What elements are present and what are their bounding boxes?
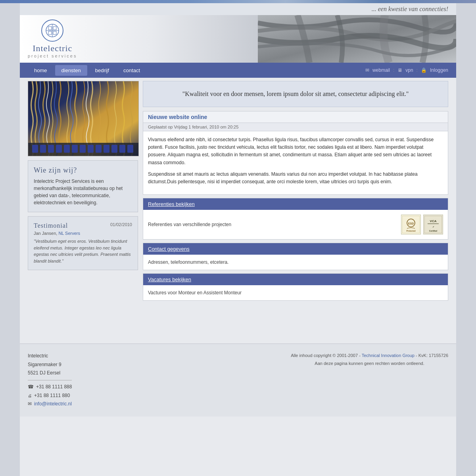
footer-email-link[interactable]: info@intelectric.nl xyxy=(34,400,72,409)
logo-area: Intelectric project services xyxy=(28,19,77,58)
main-area: "Kwaliteit voor en door mensen, lorem ip… xyxy=(143,81,448,301)
svg-rect-11 xyxy=(40,145,46,153)
inloggen-link[interactable]: Inloggen xyxy=(430,67,448,73)
svg-rect-15 xyxy=(72,145,78,153)
section-vacatures-link[interactable]: Vacatures bekijken xyxy=(148,276,191,282)
testimonial-header: Testimonial 01/02/2010 xyxy=(34,222,132,229)
tagline-bar: ... een kwestie van connecties! xyxy=(20,3,456,15)
svg-rect-18 xyxy=(96,145,102,153)
sidebar: Wie zijn wij? Intelectric Project Servic… xyxy=(28,81,143,301)
section-referenties-link[interactable]: Referenties bekijken xyxy=(148,201,195,207)
article-date-bar: Geplaatst op Vrijdag 1 februari, 2010 om… xyxy=(143,123,448,131)
testimonial-date: 01/02/2010 xyxy=(110,222,132,229)
who-box: Wie zijn wij? Intelectric Project Servic… xyxy=(28,160,138,212)
nav-item-home[interactable]: home xyxy=(28,65,54,76)
footer-phone: +31 88 1111 888 xyxy=(36,383,72,392)
footer-kvk: - KvK: 17155726 xyxy=(416,353,448,358)
article-section: Nieuwe website online Geplaatst op Vrijd… xyxy=(143,111,448,195)
top-bar xyxy=(0,0,476,3)
article-body-1: Vivamus eleifend ante nibh, id consectet… xyxy=(148,136,443,167)
section-contact-body: Adressen, telefoonnummers, etcetera. xyxy=(143,255,448,270)
section-referenties-text: Referenties van verschillende projecten xyxy=(148,222,231,227)
testimonial-box: Testimonial 01/02/2010 Jan Jansen, NL Se… xyxy=(28,216,138,270)
svg-rect-20 xyxy=(111,145,117,153)
cert-badges: ESD Protected VCA ✓ Certified xyxy=(401,215,443,234)
footer-address1: Sigarenmaker 9 xyxy=(28,361,72,369)
article-body-2: Suspendisse sit amet mauris ac lectus al… xyxy=(148,171,443,186)
logo-svg xyxy=(45,23,60,38)
vpn-link[interactable]: vpn xyxy=(405,67,413,73)
section-contact-link[interactable]: Contact gegevens xyxy=(148,246,190,252)
phone-icon xyxy=(28,383,34,392)
quote-text: "Kwaliteit voor en door mensen, lorem ip… xyxy=(182,90,409,97)
page-wrapper: ... een kwestie van connecties! Intelect… xyxy=(20,3,456,476)
article-body: Vivamus eleifend ante nibh, id consectet… xyxy=(143,131,448,194)
svg-rect-13 xyxy=(56,145,62,153)
testimonial-author-link[interactable]: NL Servers xyxy=(58,231,80,236)
section-vacatures-title-bar: Vacatures bekijken xyxy=(143,274,448,285)
sidebar-image xyxy=(28,81,139,156)
cables-svg xyxy=(258,15,456,63)
svg-rect-10 xyxy=(32,145,38,153)
sidebar-svg xyxy=(28,81,139,156)
section-vacatures: Vacatures bekijken Vactures voor Monteur… xyxy=(143,273,448,301)
svg-rect-21 xyxy=(119,145,125,153)
who-title: Wie zijn wij? xyxy=(34,166,132,175)
webmail-link[interactable]: webmail xyxy=(372,67,390,73)
footer-copyright-line: Alle inhoud copyright © 2001-2007 - Tech… xyxy=(291,352,448,360)
spacer xyxy=(20,304,456,328)
testimonial-text: "Vestibulum eget eros eros. Vestibulum t… xyxy=(34,238,132,264)
svg-rect-17 xyxy=(88,145,94,153)
testimonial-title: Testimonial xyxy=(34,222,68,229)
svg-rect-22 xyxy=(127,145,133,153)
svg-rect-16 xyxy=(80,145,86,153)
svg-rect-3 xyxy=(48,27,52,30)
nav-item-diensten[interactable]: diensten xyxy=(55,65,87,76)
footer-address2: 5521 DJ Eersel xyxy=(28,369,72,378)
mail-icon: ✉ xyxy=(365,67,369,73)
vpn-icon: 🖥 xyxy=(397,67,402,73)
logo-icon xyxy=(41,19,63,42)
nav-left: home diensten bedrijf contact xyxy=(28,65,146,76)
article-title-link[interactable]: Nieuwe website online xyxy=(148,114,207,120)
section-contact: Contact gegevens Adressen, telefoonnumme… xyxy=(143,243,448,270)
footer-email-row: info@intelectric.nl xyxy=(28,400,72,409)
svg-rect-14 xyxy=(64,145,70,153)
footer-copyright: Alle inhoud copyright © 2001-2007 - xyxy=(291,353,361,358)
footer-tig-link[interactable]: Technical Innovation Group xyxy=(362,353,415,358)
who-text: Intelectric Project Services is een merk… xyxy=(34,178,132,206)
svg-rect-19 xyxy=(104,145,109,153)
esd-svg: ESD Protected xyxy=(402,216,420,233)
footer-fax: +31 88 1111 880 xyxy=(34,392,70,400)
lock-icon: 🔒 xyxy=(421,67,427,73)
footer-fax-row: +31 88 1111 880 xyxy=(28,392,72,400)
footer-right: Alle inhoud copyright © 2001-2007 - Tech… xyxy=(291,352,448,368)
email-icon xyxy=(28,400,32,409)
logo-sub: project services xyxy=(28,54,77,58)
footer-company: Intelectric xyxy=(28,352,72,361)
svg-rect-12 xyxy=(48,145,54,153)
fax-icon xyxy=(28,392,32,400)
site-header: Intelectric project services xyxy=(20,15,456,63)
nav-item-bedrijf[interactable]: bedrijf xyxy=(89,65,115,76)
footer-divider xyxy=(28,380,72,380)
footer-phone-row: +31 88 1111 888 xyxy=(28,383,72,392)
svg-text:ESD: ESD xyxy=(408,222,414,225)
logo-name: Intelectric xyxy=(33,43,72,54)
vca-svg: VCA ✓ Certified xyxy=(424,216,442,233)
nav-item-contact[interactable]: contact xyxy=(117,65,146,76)
svg-rect-4 xyxy=(53,27,56,30)
footer: Intelectric Sigarenmaker 9 5521 DJ Eerse… xyxy=(20,344,456,416)
tagline-text: ... een kwestie van connecties! xyxy=(372,6,448,12)
nav-bar: home diensten bedrijf contact ✉ webmail … xyxy=(20,63,456,78)
quote-box: "Kwaliteit voor en door mensen, lorem ip… xyxy=(143,81,448,107)
section-vacatures-body: Vactures voor Monteur en Assistent Monte… xyxy=(143,285,448,300)
header-cables xyxy=(258,15,456,63)
esd-badge: ESD Protected xyxy=(401,215,421,234)
nav-right: ✉ webmail : 🖥 vpn : 🔒 Inloggen xyxy=(365,67,448,73)
svg-rect-5 xyxy=(48,31,52,35)
footer-left: Intelectric Sigarenmaker 9 5521 DJ Eerse… xyxy=(28,352,72,409)
section-referenties-title-bar: Referenties bekijken xyxy=(143,198,448,210)
svg-text:Protected: Protected xyxy=(406,230,415,232)
main-content: Wie zijn wij? Intelectric Project Servic… xyxy=(20,78,456,304)
